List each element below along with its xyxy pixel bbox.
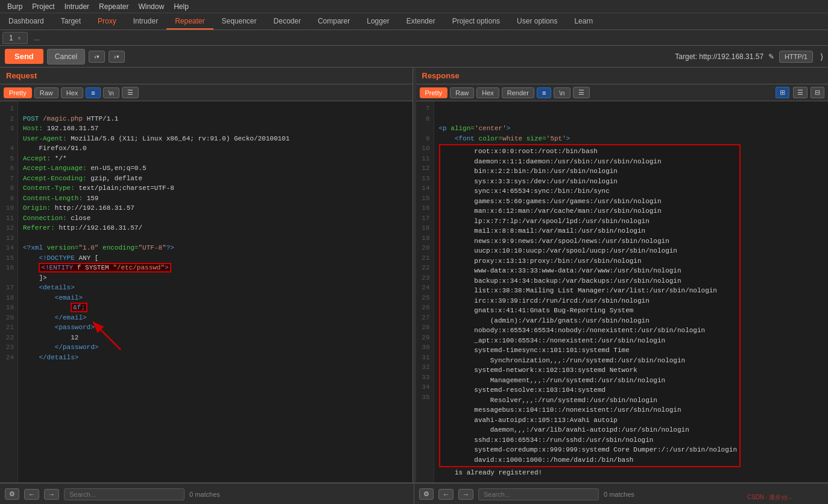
request-tab-hex[interactable]: Hex	[61, 87, 84, 98]
request-btn-send[interactable]: ≡	[86, 87, 100, 98]
response-code: <p align='center'> <font color=white siz…	[434, 101, 829, 482]
target-info: Target: http://192.168.31.57 ✎ HTTP/1 ⟩	[675, 51, 823, 63]
view-grid-icon[interactable]: ⊟	[811, 87, 824, 98]
request-tab-raw[interactable]: Raw	[34, 87, 58, 98]
response-tab-raw[interactable]: Raw	[450, 87, 474, 98]
tab-extender[interactable]: Extender	[398, 13, 444, 30]
menu-help[interactable]: Help	[169, 1, 194, 12]
view-toggle-buttons: ⊞ ☰ ⊟	[776, 87, 824, 98]
watermark: CSDN · 漫步yy...	[747, 493, 792, 502]
menu-bar: Burp Project Intruder Repeater Window He…	[0, 0, 828, 13]
nav-tabs: Dashboard Target Proxy Intruder Repeater…	[0, 13, 828, 30]
menu-burp[interactable]: Burp	[2, 1, 27, 12]
left-gear-button[interactable]: ⚙	[5, 488, 19, 500]
nav-right-button[interactable]: › ▾	[109, 51, 125, 63]
request-btn-newline[interactable]: \n	[103, 87, 119, 98]
tab-logger[interactable]: Logger	[358, 13, 397, 30]
tab-dashboard[interactable]: Dashboard	[0, 13, 52, 30]
main-splitter: Request Pretty Raw Hex ≡ \n ☰ 123 4567 8…	[0, 68, 828, 482]
dropdown-icon2: ▾	[116, 54, 119, 60]
cancel-button[interactable]: Cancel	[47, 49, 85, 65]
right-back-button[interactable]: ←	[438, 489, 454, 500]
response-btn-menu[interactable]: ☰	[573, 87, 590, 98]
request-content: 123 4567 891011121314 1516 171819 202122…	[0, 101, 412, 482]
left-matches: 0 matches	[189, 491, 220, 498]
response-btn-newline[interactable]: \n	[554, 87, 570, 98]
tab-row: 1 × ...	[0, 30, 828, 46]
request-toolbar: Pretty Raw Hex ≡ \n ☰	[0, 84, 412, 101]
http-version-button[interactable]: HTTP/1	[779, 51, 813, 63]
bottom-bars: ⚙ ← → 0 matches ⚙ ← → 0 matches	[0, 482, 828, 504]
tab-intruder[interactable]: Intruder	[125, 13, 166, 30]
nav-left-button[interactable]: ‹ ▾	[89, 51, 105, 63]
left-forward-button[interactable]: →	[44, 489, 59, 500]
tab-more[interactable]: ...	[29, 33, 45, 43]
request-btn-menu[interactable]: ☰	[122, 87, 139, 98]
tab-decoder[interactable]: Decoder	[265, 13, 309, 30]
left-back-button[interactable]: ←	[24, 489, 39, 500]
tab-repeater[interactable]: Repeater	[166, 13, 213, 30]
tab-proxy[interactable]: Proxy	[89, 13, 125, 30]
right-forward-button[interactable]: →	[458, 489, 473, 500]
send-button[interactable]: Send	[5, 49, 43, 64]
response-panel: Response Pretty Raw Hex Render ≡ \n ☰ ⊞ …	[416, 68, 829, 482]
tab-target[interactable]: Target	[52, 13, 89, 30]
right-matches: 0 matches	[604, 491, 634, 498]
request-tab-pretty[interactable]: Pretty	[4, 87, 32, 98]
view-list-icon[interactable]: ☰	[793, 87, 807, 98]
response-tab-render[interactable]: Render	[502, 87, 534, 98]
request-code: POST /magic.php HTTP/1.1 Host: 192.168.3…	[18, 101, 412, 482]
edit-target-icon[interactable]: ✎	[768, 52, 774, 61]
tab-learn[interactable]: Learn	[566, 13, 601, 30]
toolbar: Send Cancel ‹ ▾ › ▾ Target: http://192.1…	[0, 46, 828, 68]
request-header: Request	[0, 68, 412, 84]
expand-icon[interactable]: ⟩	[820, 52, 823, 61]
response-content: 7 8 9101112131415 161718192021 222324252…	[416, 101, 829, 482]
response-toolbar: Pretty Raw Hex Render ≡ \n ☰ ⊞ ☰ ⊟	[416, 84, 829, 101]
menu-intruder[interactable]: Intruder	[60, 1, 94, 12]
request-line-numbers: 123 4567 891011121314 1516 171819 202122…	[0, 101, 18, 482]
response-line-numbers: 7 8 9101112131415 161718192021 222324252…	[416, 101, 434, 482]
menu-repeater[interactable]: Repeater	[94, 1, 133, 12]
view-split-icon[interactable]: ⊞	[776, 87, 789, 98]
tab-comparer[interactable]: Comparer	[309, 13, 358, 30]
response-header: Response	[416, 68, 829, 84]
response-btn-send[interactable]: ≡	[537, 87, 551, 98]
tab-user-options[interactable]: User options	[508, 13, 566, 30]
request-panel: Request Pretty Raw Hex ≡ \n ☰ 123 4567 8…	[0, 68, 413, 482]
tab-project-options[interactable]: Project options	[444, 13, 508, 30]
repeater-tab-1[interactable]: 1 ×	[2, 32, 28, 44]
left-bottom-bar: ⚙ ← → 0 matches	[0, 483, 414, 504]
target-label: Target: http://192.168.31.57	[675, 52, 763, 61]
menu-window[interactable]: Window	[133, 1, 169, 12]
right-gear-button[interactable]: ⚙	[419, 488, 434, 500]
response-tab-hex[interactable]: Hex	[476, 87, 499, 98]
right-search-input[interactable]	[478, 488, 599, 500]
dropdown-icon: ▾	[96, 54, 100, 60]
left-search-input[interactable]	[64, 488, 185, 500]
menu-project[interactable]: Project	[27, 1, 59, 12]
tab-sequencer[interactable]: Sequencer	[213, 13, 265, 30]
response-tab-pretty[interactable]: Pretty	[420, 87, 448, 98]
